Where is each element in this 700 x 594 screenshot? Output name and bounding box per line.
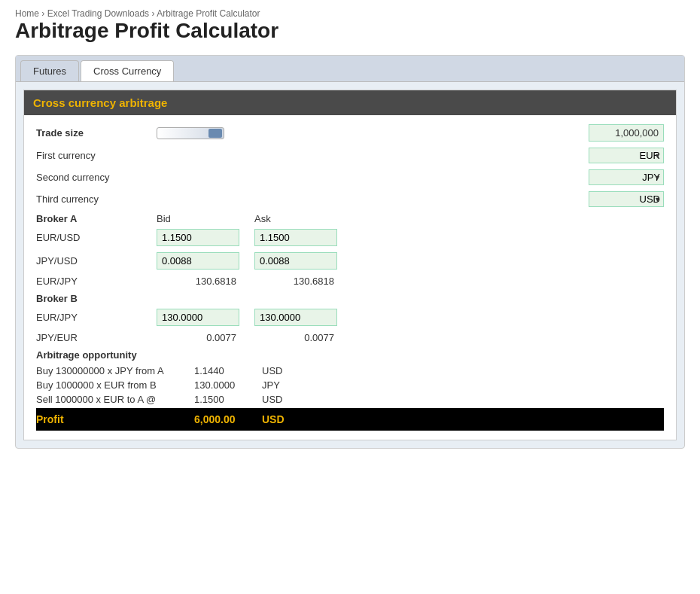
broker-a-label: Broker A xyxy=(36,213,157,224)
tab-cross-currency[interactable]: Cross Currency xyxy=(81,60,174,81)
jpyeur-b-ask-value: 0.0077 xyxy=(254,332,337,343)
jpyeur-b-bid-value: 0.0077 xyxy=(157,332,239,343)
first-currency-wrapper: EUR JPY USD GBP CHF xyxy=(589,148,664,163)
eurjpy-b-bid-area xyxy=(157,309,254,326)
arb-desc-1: Buy 130000000 x JPY from A xyxy=(36,365,194,376)
third-currency-wrapper: EUR JPY USD GBP CHF xyxy=(589,191,664,207)
eurusd-bid-input[interactable] xyxy=(157,229,239,246)
broker-a-header-row: Broker A Bid Ask xyxy=(36,213,664,224)
slider-thumb xyxy=(208,129,222,138)
tab-content-cross-currency: Cross currency arbitrage Trade size 1,00… xyxy=(23,90,677,440)
arb-row-1: Buy 130000000 x JPY from A 1.1440 USD xyxy=(36,365,664,376)
jpyeur-b-ask-area: 0.0077 xyxy=(254,332,345,343)
trade-size-value: 1,000,000 xyxy=(589,124,664,142)
arb-currency-3: USD xyxy=(262,394,307,405)
arb-row-3: Sell 1000000 x EUR to A @ 1.1500 USD xyxy=(36,394,664,405)
arb-desc-2: Buy 1000000 x EUR from B xyxy=(36,379,194,391)
trade-size-slider[interactable] xyxy=(157,127,224,139)
profit-row: Profit 6,000.00 USD xyxy=(36,408,664,431)
arb-val-2: 130.0000 xyxy=(194,379,262,391)
jpyusd-pair-label: JPY/USD xyxy=(36,255,157,267)
ask-header: Ask xyxy=(254,213,345,224)
first-currency-select[interactable]: EUR JPY USD GBP CHF xyxy=(589,148,664,163)
eurusd-ask-input[interactable] xyxy=(254,229,337,246)
trade-size-label: Trade size xyxy=(36,127,157,139)
eurusd-row: EUR/USD xyxy=(36,229,664,246)
third-currency-select[interactable]: EUR JPY USD GBP CHF xyxy=(589,191,664,207)
calculator-container: Futures Cross Currency Cross currency ar… xyxy=(15,55,685,449)
second-currency-wrapper: EUR JPY USD GBP CHF xyxy=(589,169,664,185)
breadcrumb-downloads[interactable]: Excel Trading Downloads xyxy=(47,8,149,19)
arb-label: Arbitrage opportunity xyxy=(36,349,137,361)
arb-currency-1: USD xyxy=(262,365,307,376)
eurjpy-b-ask-area xyxy=(254,309,345,326)
eurjpy-calc-label: EUR/JPY xyxy=(36,276,157,287)
eurjpy-b-ask-input[interactable] xyxy=(254,309,337,326)
breadcrumb: Home › Excel Trading Downloads › Arbitra… xyxy=(15,8,685,19)
arb-header-row: Arbitrage opportunity xyxy=(36,349,664,361)
calculator-body: Trade size 1,000,000 First currency EUR … xyxy=(24,115,676,440)
third-currency-label: Third currency xyxy=(36,193,157,205)
arb-val-3: 1.1500 xyxy=(194,394,262,405)
breadcrumb-home[interactable]: Home xyxy=(15,8,39,19)
second-currency-row: Second currency EUR JPY USD GBP CHF xyxy=(36,169,664,185)
eurusd-ask-area xyxy=(254,229,345,246)
eurjpy-calc-bid-value: 130.6818 xyxy=(157,276,239,287)
eurusd-bid-area xyxy=(157,229,254,246)
second-currency-label: Second currency xyxy=(36,172,157,183)
bid-header: Bid xyxy=(157,213,254,224)
profit-amount: 6,000.00 xyxy=(194,413,262,425)
arb-row-2: Buy 1000000 x EUR from B 130.0000 JPY xyxy=(36,379,664,391)
first-currency-label: First currency xyxy=(36,150,157,161)
eurjpy-b-bid-input[interactable] xyxy=(157,309,239,326)
eurjpy-calc-ask: 130.6818 xyxy=(254,276,345,287)
arb-desc-3: Sell 1000000 x EUR to A @ xyxy=(36,394,194,405)
first-currency-row: First currency EUR JPY USD GBP CHF xyxy=(36,148,664,163)
broker-b-label: Broker B xyxy=(36,293,157,304)
eurjpy-b-row: EUR/JPY xyxy=(36,309,664,326)
profit-label: Profit xyxy=(36,413,194,425)
profit-currency: USD xyxy=(262,413,285,425)
trade-size-row: Trade size 1,000,000 xyxy=(36,124,664,142)
jpyeur-b-pair-label: JPY/EUR xyxy=(36,332,157,343)
broker-b-header-row: Broker B xyxy=(36,293,664,304)
arb-currency-2: JPY xyxy=(262,379,307,391)
arb-val-1: 1.1440 xyxy=(194,365,262,376)
jpyusd-ask-area xyxy=(254,252,345,270)
eurjpy-calc-ask-value: 130.6818 xyxy=(254,276,337,287)
jpyusd-ask-input[interactable] xyxy=(254,252,337,270)
jpyusd-bid-input[interactable] xyxy=(157,252,239,270)
eurjpy-calc-bid: 130.6818 xyxy=(157,276,254,287)
tab-futures[interactable]: Futures xyxy=(20,60,79,81)
eurjpy-calc-row: EUR/JPY 130.6818 130.6818 xyxy=(36,276,664,287)
eurjpy-b-pair-label: EUR/JPY xyxy=(36,312,157,323)
third-currency-row: Third currency EUR JPY USD GBP CHF xyxy=(36,191,664,207)
second-currency-select[interactable]: EUR JPY USD GBP CHF xyxy=(589,169,664,185)
page-title: Arbitrage Profit Calculator xyxy=(15,19,685,43)
jpyeur-b-row: JPY/EUR 0.0077 0.0077 xyxy=(36,332,664,343)
jpyeur-b-bid-area: 0.0077 xyxy=(157,332,254,343)
jpyusd-row: JPY/USD xyxy=(36,252,664,270)
tab-bar: Futures Cross Currency xyxy=(16,56,684,82)
section-title: Cross currency arbitrage xyxy=(24,90,676,115)
eurusd-pair-label: EUR/USD xyxy=(36,232,157,243)
trade-size-slider-area xyxy=(157,127,589,139)
breadcrumb-current: Arbitrage Profit Calculator xyxy=(157,8,260,19)
jpyusd-bid-area xyxy=(157,252,254,270)
